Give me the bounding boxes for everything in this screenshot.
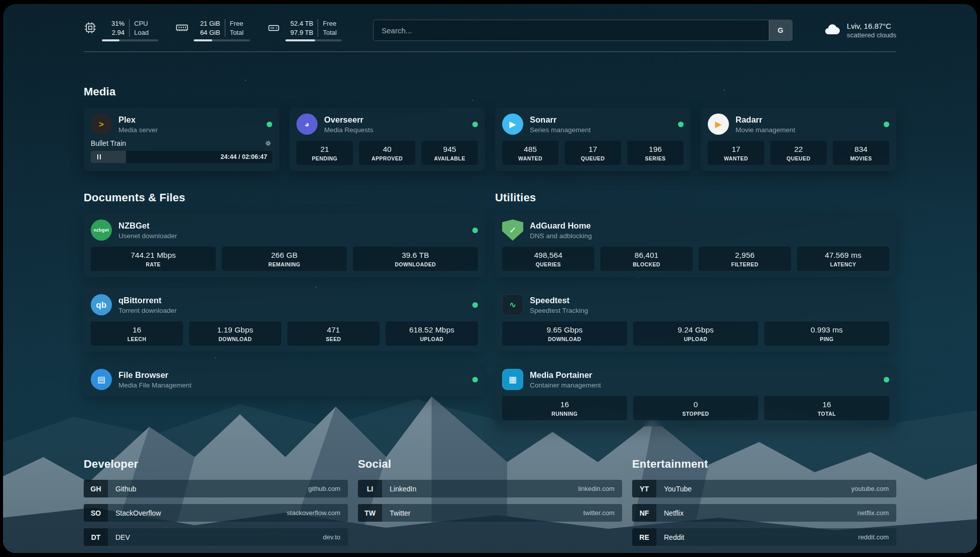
bookmark-netflix[interactable]: NFNetflixnetflix.com: [632, 504, 896, 522]
overseerr-icon: ◕: [296, 114, 318, 135]
icon-glyph: ∿: [509, 301, 516, 309]
playback-progress-bar[interactable]: 24:44 / 02:06:47: [91, 151, 272, 163]
status-online-dot: [267, 122, 272, 127]
icon-glyph: ▦: [509, 375, 517, 384]
stat-value: 9.24 Gbps: [635, 325, 756, 335]
bookmark-github[interactable]: GHGithubgithub.com: [84, 480, 348, 497]
service-meta: OverseerrMedia Requests: [324, 115, 466, 134]
bookmark-url: linkedin.com: [578, 480, 622, 497]
settings-gear-icon[interactable]: [264, 139, 272, 147]
bookmark-abbr: NF: [632, 504, 656, 522]
stat-value: 1.19 Gbps: [191, 325, 279, 335]
bookmark-abbr: RE: [632, 528, 656, 546]
stat-value: 834: [835, 145, 887, 154]
stat-value: 266 GB: [224, 251, 345, 260]
stat-latency: 47.569 msLATENCY: [797, 247, 889, 271]
service-card-sonarr[interactable]: ▶SonarrSeries management485WANTED17QUEUE…: [495, 107, 691, 171]
service-name: Speedtest: [530, 296, 889, 305]
stat-value: 16: [766, 400, 887, 409]
stat-movies: 834MOVIES: [833, 141, 889, 165]
service-stats: 16LEECH1.19 GbpsDOWNLOAD471SEED618.52 Mb…: [91, 321, 478, 346]
stat-value: 618.52 Mbps: [388, 325, 476, 335]
search-input[interactable]: [374, 20, 769, 40]
service-card-overseerr[interactable]: ◕OverseerrMedia Requests21PENDING40APPRO…: [289, 107, 485, 171]
status-online-dot: [884, 377, 889, 382]
bookmark-abbr: YT: [632, 480, 656, 497]
service-name: Media Portainer: [530, 370, 877, 380]
search-bar[interactable]: G: [373, 20, 792, 41]
service-card-adguard[interactable]: ✓AdGuard HomeDNS and adblocking498,564QU…: [495, 213, 896, 277]
service-stats: 16RUNNING0STOPPED16TOTAL: [502, 396, 889, 420]
bookmark-url: twitter.com: [583, 504, 622, 522]
service-card-header: qbqBittorrentTorrent downloader: [91, 294, 478, 315]
stat-label: WANTED: [504, 155, 557, 161]
media-cards-grid: >PlexMedia serverBullet Train24:44 / 02:…: [84, 107, 896, 171]
pause-button[interactable]: [91, 151, 107, 163]
pause-icon: [97, 154, 101, 159]
bookmark-reddit[interactable]: RERedditreddit.com: [632, 528, 896, 546]
status-online-dot: [884, 122, 889, 127]
bookmark-name: Netflix: [656, 504, 691, 522]
bookmark-name: DEV: [108, 528, 138, 546]
service-description: Container management: [530, 381, 877, 389]
stat-label: FILTERED: [701, 261, 789, 267]
bookmark-youtube[interactable]: YTYouTubeyoutube.com: [632, 480, 896, 497]
stat-label: AVAILABLE: [423, 155, 476, 161]
service-meta: NZBGetUsenet downloader: [118, 221, 466, 240]
service-card-plex[interactable]: >PlexMedia serverBullet Train24:44 / 02:…: [84, 107, 279, 171]
entertainment-bookmarks: YTYouTubeyoutube.comNFNetflixnetflix.com…: [632, 480, 896, 546]
cpu-usage-value: 31%: [102, 19, 129, 28]
service-card-qbittorrent[interactable]: qbqBittorrentTorrent downloader16LEECH1.…: [84, 288, 485, 352]
stat-value: 39.6 TB: [355, 251, 476, 260]
service-description: Speedtest Tracking: [530, 307, 889, 314]
bookmark-twitter[interactable]: TWTwittertwitter.com: [358, 504, 622, 522]
stat-value: 2,956: [701, 251, 789, 260]
bookmark-linkedin[interactable]: LILinkedInlinkedin.com: [358, 480, 622, 497]
service-card-speedtest[interactable]: ∿SpeedtestSpeedtest Tracking9.65 GbpsDOW…: [495, 288, 896, 352]
icon-glyph: ✓: [509, 226, 516, 235]
stat-download: 9.65 GbpsDOWNLOAD: [502, 321, 627, 346]
memory-monitor: 21 GiB Free 64 GiB Total: [175, 19, 250, 41]
bookmark-name: Github: [108, 480, 144, 497]
service-meta: AdGuard HomeDNS and adblocking: [530, 221, 889, 240]
bookmark-abbr: GH: [84, 480, 108, 497]
dashboard-content: 31% CPU 2.94 Load: [3, 4, 977, 553]
bookmark-url: youtube.com: [851, 480, 896, 497]
stat-stopped: 0STOPPED: [633, 396, 758, 420]
sonarr-icon: ▶: [502, 114, 523, 135]
service-card-header: ▶RadarrMovie management: [708, 114, 889, 135]
service-card-portainer[interactable]: ▦Media PortainerContainer management16RU…: [495, 363, 896, 426]
stat-label: SERIES: [629, 155, 682, 161]
service-card-header: ▦Media PortainerContainer management: [502, 369, 889, 390]
playback-time: 24:44 / 02:06:47: [221, 153, 272, 160]
disk-monitor: 52.4 TB Free 97.9 TB Total: [267, 19, 342, 41]
stat-value: 196: [629, 145, 682, 154]
service-card-radarr[interactable]: ▶RadarrMovie management17WANTED22QUEUED8…: [701, 107, 896, 171]
stat-label: UPLOAD: [635, 336, 756, 342]
bookmark-stackoverflow[interactable]: SOStackOverflowstackoverflow.com: [84, 504, 348, 522]
section-title-documents: Documents & Files: [84, 191, 485, 204]
stat-approved: 40APPROVED: [359, 141, 415, 165]
icon-glyph: qb: [96, 301, 107, 309]
cloud-icon: [824, 23, 841, 38]
bookmark-name: Twitter: [382, 504, 418, 522]
weather-widget[interactable]: Lviv, 16.87°C scattered clouds: [824, 22, 896, 39]
stat-remaining: 266 GBREMAINING: [222, 247, 347, 271]
stat-rate: 744.21 MbpsRATE: [91, 247, 216, 271]
cpu-readout: 31% CPU 2.94 Load: [102, 19, 158, 41]
service-description: Usenet downloader: [118, 232, 466, 240]
icon-glyph: nzbget: [94, 228, 109, 233]
service-description: DNS and adblocking: [530, 232, 889, 240]
service-stats: 17WANTED22QUEUED834MOVIES: [708, 141, 889, 165]
service-card-nzbget[interactable]: nzbgetNZBGetUsenet downloader744.21 Mbps…: [84, 213, 485, 277]
stat-queries: 498,564QUERIES: [502, 247, 594, 271]
bookmark-dev[interactable]: DTDEVdev.to: [84, 528, 348, 546]
stat-label: REMAINING: [224, 261, 345, 267]
weather-condition: scattered clouds: [847, 31, 896, 39]
search-provider-button[interactable]: G: [769, 20, 792, 40]
service-meta: Media PortainerContainer management: [530, 370, 877, 389]
service-card-header: ◕OverseerrMedia Requests: [296, 114, 478, 135]
qbittorrent-icon: qb: [91, 294, 112, 315]
service-card-filebrowser[interactable]: ▤File BrowserMedia File Management: [84, 363, 485, 396]
middle-columns: Documents & Files nzbgetNZBGetUsenet dow…: [84, 191, 896, 426]
